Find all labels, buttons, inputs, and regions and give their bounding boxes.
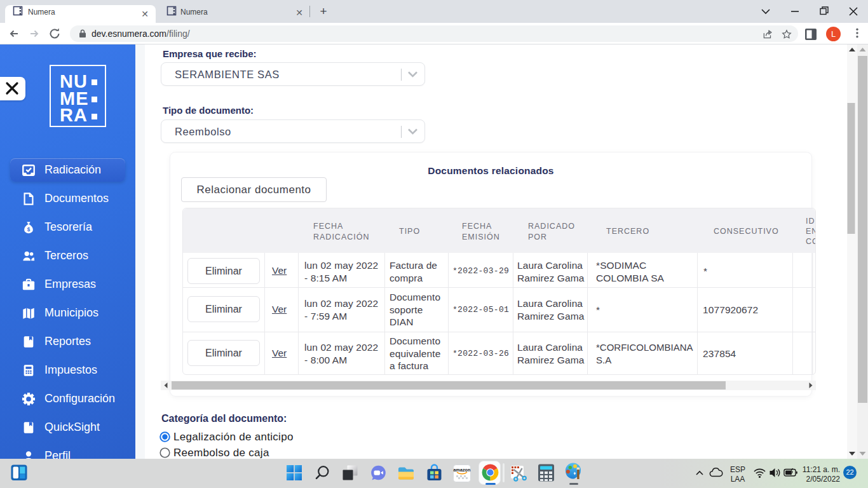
svg-text:amazon: amazon (454, 467, 471, 473)
svg-text:$: $ (27, 227, 31, 233)
